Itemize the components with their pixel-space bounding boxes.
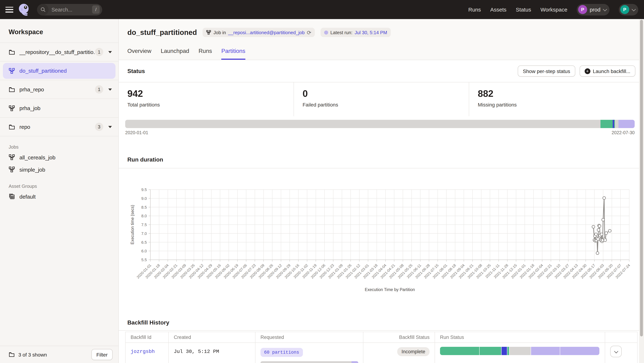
col-actions (605, 332, 637, 343)
hamburger-menu-icon[interactable] (6, 7, 13, 12)
svg-text:9.5: 9.5 (141, 188, 147, 192)
run-duration-heading: Run duration (127, 156, 163, 163)
bar-segment-lavender (531, 347, 560, 355)
backfill-history-heading: Backfill History (127, 320, 169, 326)
tab-partitions[interactable]: Partitions (221, 48, 245, 60)
sidebar-item-label: do_stuff_partitioned (20, 68, 110, 74)
bar-segment-gray (615, 120, 618, 128)
backfill-id-link[interactable]: jozrgsbh (130, 348, 155, 354)
tab-launchpad[interactable]: Launchpad (161, 48, 189, 60)
tab-overview[interactable]: Overview (127, 48, 151, 60)
svg-text:Execution time (secs): Execution time (secs) (130, 205, 135, 244)
backfill-status-badge: Incomplete (397, 347, 430, 356)
backfill-table: Backfill Id Created Requested Backfill S… (125, 332, 638, 363)
latest-run-label: Latest run: (330, 30, 352, 35)
navbar-links: Runs Assets Status Workspace P prod P (468, 4, 638, 15)
caret-down-icon[interactable] (108, 88, 112, 90)
search-input[interactable]: Search... / (37, 4, 102, 15)
search-placeholder: Search... (52, 7, 92, 12)
expand-row-button[interactable] (610, 346, 622, 357)
col-created: Created (169, 332, 256, 343)
job-icon (9, 68, 15, 74)
caret-down-icon[interactable] (108, 51, 112, 53)
latest-run-chip: Latest run: Jul 30, 5:14 PM (321, 28, 391, 37)
bar-segment-blue (613, 120, 614, 128)
sidebar-item-do-stuff-partitioned[interactable]: do_stuff_partitioned (0, 62, 118, 80)
svg-text:6.0: 6.0 (141, 249, 147, 253)
backfill-table-row: jozrgsbh Jul 30, 5:12 PM 60 partitions 2… (126, 343, 637, 363)
filter-button[interactable]: Filter (92, 349, 112, 360)
sidebar-job-simple-job[interactable]: simple_job (0, 163, 118, 176)
plus-circle-icon: + (584, 68, 590, 74)
latest-run-link[interactable]: Jul 30, 5:14 PM (354, 30, 387, 35)
sidebar-item-repository[interactable]: __repository__do_stuff_partitio... 1 (0, 43, 118, 62)
stat-total-partitions: 942 Total partitions (119, 82, 294, 116)
col-backfill-status: Backfill Status (363, 332, 435, 343)
user-menu[interactable]: P (619, 4, 638, 15)
stat-missing-partitions: 882 Missing partitions (469, 82, 644, 116)
nav-link-assets[interactable]: Assets (490, 6, 506, 12)
scrollbar-thumb[interactable] (640, 20, 643, 336)
search-icon (37, 4, 48, 15)
workspace-sidebar: Workspace __repository__do_stuff_partiti… (0, 19, 119, 363)
bar-segment-gray (260, 361, 352, 363)
job-count-badge: 1 (95, 85, 103, 94)
sidebar-item-prha-repo[interactable]: prha_repo 1 (0, 80, 118, 99)
backfill-table-header: Backfill Id Created Requested Backfill S… (126, 332, 637, 343)
caret-down-icon[interactable] (108, 126, 112, 128)
nav-link-status[interactable]: Status (516, 6, 531, 12)
chevron-down-icon (603, 7, 607, 11)
sidebar-item-label: simple_job (20, 166, 45, 172)
repo-count-text: 3 of 3 shown (18, 352, 92, 358)
nav-link-runs[interactable]: Runs (468, 6, 481, 12)
page-header: do_stuff_partitioned Job in __reposi...a… (119, 19, 644, 60)
sidebar-item-label: prha_repo (20, 86, 95, 92)
partition-status-bar[interactable] (125, 120, 635, 128)
bar-segment-green (507, 347, 509, 355)
job-in-label: Job in (214, 30, 226, 35)
bar-segment-gray (125, 120, 600, 128)
job-count-badge: 1 (95, 48, 103, 56)
svg-text:9.0: 9.0 (141, 196, 147, 201)
svg-text:8.5: 8.5 (141, 205, 147, 210)
sidebar-item-repo[interactable]: repo 3 (0, 118, 118, 136)
partition-range-end: 2022-07-30 (612, 130, 635, 135)
folder-icon (9, 86, 15, 93)
sidebar-item-label: prha_job (20, 105, 113, 111)
bar-segment-lavender (352, 361, 358, 363)
col-backfill-id: Backfill Id (126, 332, 169, 343)
svg-text:7.5: 7.5 (141, 222, 147, 227)
sidebar-footer: 3 of 3 shown Filter (0, 346, 118, 363)
job-icon (9, 154, 15, 160)
sidebar-item-label: all_cereals_job (20, 154, 56, 160)
sidebar-title: Workspace (0, 19, 118, 42)
sidebar-asset-group-default[interactable]: default (0, 190, 118, 202)
dagster-app: Search... / Runs Assets Status Workspace… (0, 0, 644, 363)
folder-icon (9, 352, 15, 358)
dagster-logo[interactable] (17, 2, 31, 17)
run-status-dot-icon (324, 30, 328, 34)
show-per-step-status-button[interactable]: Show per-step status (518, 66, 575, 77)
partition-stats: 942 Total partitions 0 Failed partitions… (119, 82, 644, 116)
tab-runs[interactable]: Runs (198, 48, 212, 60)
launch-backfill-button[interactable]: + Launch backfill... (580, 66, 635, 77)
sidebar-job-all-cereals[interactable]: all_cereals_job (0, 151, 118, 163)
page-scrollbar[interactable] (639, 19, 644, 363)
repo-location-link[interactable]: __reposi...artitioned@partitioned_job (228, 30, 304, 35)
run-status-bar[interactable] (440, 347, 600, 355)
stat-label: Missing partitions (478, 102, 644, 108)
svg-text:Execution Time by Partition: Execution Time by Partition (365, 287, 415, 292)
deployment-switcher[interactable]: P prod (577, 4, 610, 15)
svg-text:8.0: 8.0 (141, 214, 147, 218)
svg-text:5.5: 5.5 (141, 258, 147, 262)
bar-segment-green (600, 120, 613, 128)
bar-segment-gray (509, 347, 530, 355)
chevron-down-icon (614, 349, 618, 353)
job-icon (9, 105, 15, 111)
sidebar-item-prha-job[interactable]: prha_job (0, 99, 118, 118)
job-location-chip: Job in __reposi...artitioned@partitioned… (203, 28, 315, 37)
reload-icon[interactable]: ⟳ (307, 30, 311, 35)
requested-partitions-chip[interactable]: 60 partitions (260, 348, 303, 357)
nav-link-workspace[interactable]: Workspace (540, 6, 567, 12)
folder-icon (9, 49, 15, 55)
